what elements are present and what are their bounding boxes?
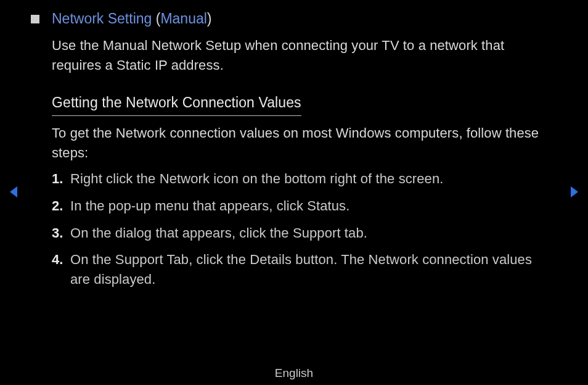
page-title-line: Network Setting (Manual) [31,10,551,28]
svg-marker-0 [10,186,17,197]
list-item: In the pop-up menu that appears, click S… [52,196,551,216]
triangle-right-icon [568,185,579,199]
list-item: Right click the Network icon on the bott… [52,169,551,189]
list-item: On the dialog that appears, click the Su… [52,223,551,243]
prev-page-button[interactable] [9,185,20,199]
list-item: On the Support Tab, click the Details bu… [52,250,551,289]
next-page-button[interactable] [568,185,579,199]
steps-list: Right click the Network icon on the bott… [52,169,551,289]
title-open-paren: ( [152,10,160,27]
triangle-left-icon [9,185,20,199]
subheading: Getting the Network Connection Values [52,93,301,116]
svg-marker-1 [571,186,578,197]
step-text: In the pop-up menu that appears, click S… [70,196,349,216]
step-text: Right click the Network icon on the bott… [70,169,443,189]
title-mode: Manual [160,10,206,27]
footer-language: English [0,366,588,380]
steps-intro: To get the Network connection values on … [52,123,551,163]
step-text: On the dialog that appears, click the Su… [70,223,367,243]
title-close-paren: ) [207,10,212,27]
bullet-square-icon [31,15,39,23]
step-text: On the Support Tab, click the Details bu… [70,250,551,289]
title-main: Network Setting [52,10,152,27]
page-title: Network Setting (Manual) [52,10,212,28]
intro-text: Use the Manual Network Setup when connec… [52,36,526,75]
